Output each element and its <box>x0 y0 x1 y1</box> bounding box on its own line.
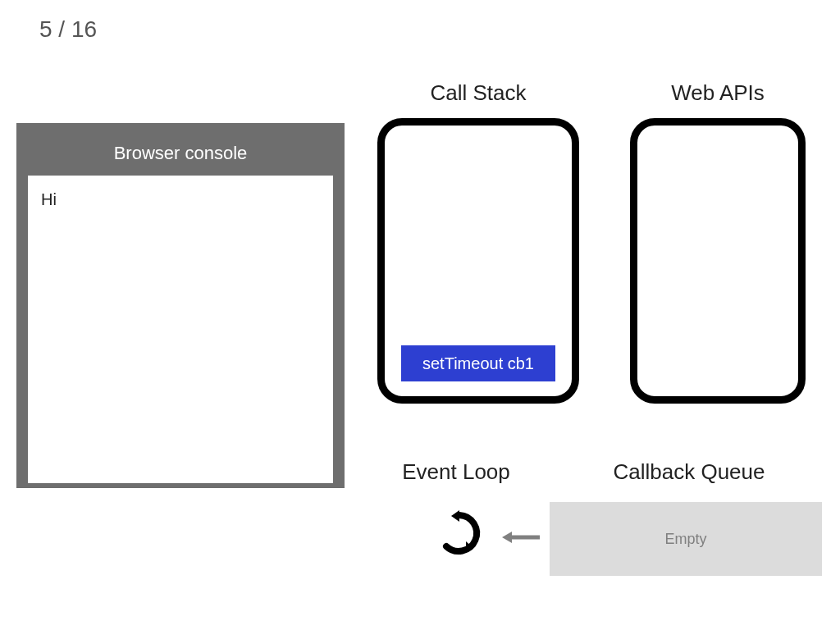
web-apis-title: Web APIs <box>630 80 806 106</box>
event-loop-title: Event Loop <box>374 459 538 485</box>
browser-console-title: Browser console <box>28 136 333 176</box>
browser-console-body: Hi <box>28 176 333 483</box>
call-stack-title: Call Stack <box>377 80 579 106</box>
stack-item: setTimeout cb1 <box>401 345 555 381</box>
browser-console: Browser console Hi <box>16 123 345 488</box>
callback-queue-status: Empty <box>664 531 706 548</box>
web-apis-box <box>630 118 806 404</box>
console-output-line: Hi <box>41 190 320 209</box>
loop-icon <box>435 509 484 558</box>
callback-queue-box: Empty <box>550 502 822 576</box>
call-stack-box: setTimeout cb1 <box>377 118 579 404</box>
page-counter: 5 / 16 <box>39 16 97 43</box>
arrow-left-icon <box>500 525 541 550</box>
callback-queue-title: Callback Queue <box>574 459 804 485</box>
